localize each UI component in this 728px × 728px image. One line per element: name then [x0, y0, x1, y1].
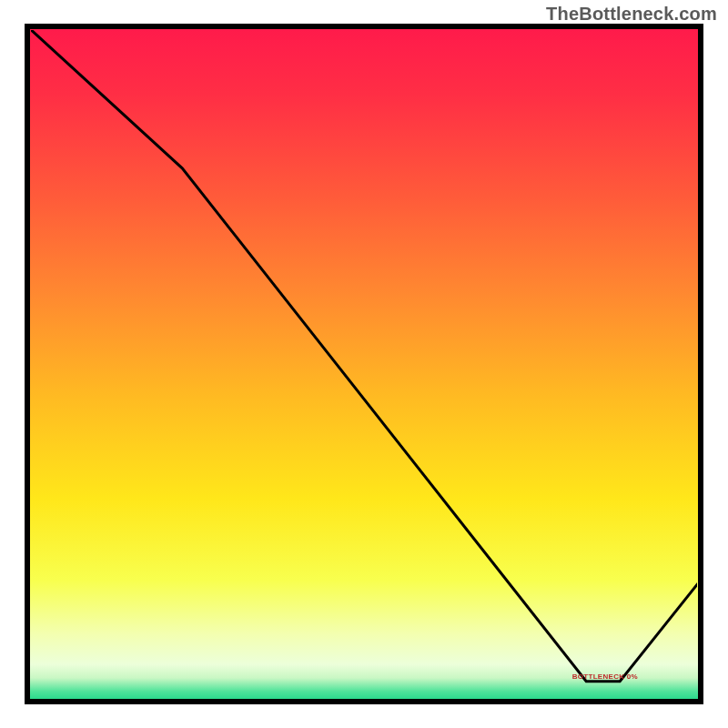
chart-stage: TheBottleneck.com BOTTLENECK 0%	[0, 0, 728, 728]
gradient-background	[27, 26, 701, 702]
bottleneck-zero-label: BOTTLENECK 0%	[572, 672, 638, 681]
bottleneck-chart	[0, 0, 728, 728]
